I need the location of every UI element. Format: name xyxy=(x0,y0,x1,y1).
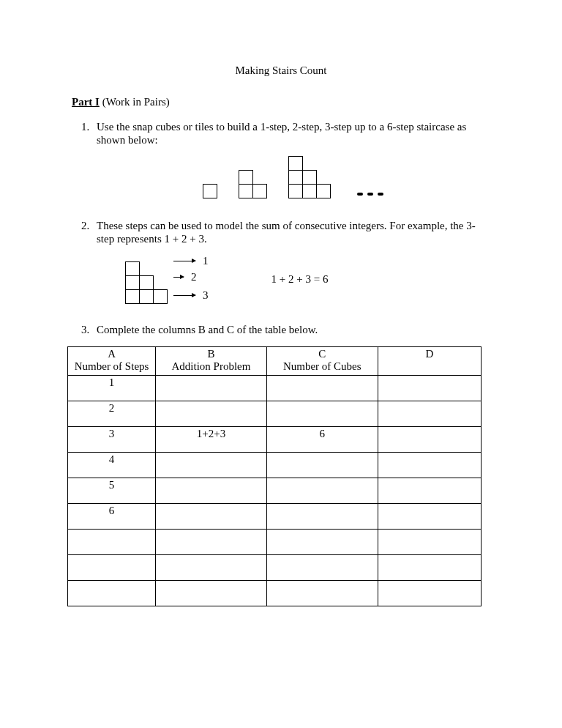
table-row xyxy=(68,529,482,554)
worksheet-page: Making Stairs Count Part I (Work in Pair… xyxy=(0,0,562,728)
arrow-icon xyxy=(173,295,195,296)
list-item-3: Complete the columns B and C of the tabl… xyxy=(92,323,490,336)
stair-sum-diagram: 1 2 3 1 + 2 + 3 = 6 xyxy=(97,254,490,304)
page-title: Making Stairs Count xyxy=(72,64,490,77)
arrow-icon xyxy=(173,261,195,261)
col-A-header: A Number of Steps xyxy=(68,347,156,376)
part-paren: (Work in Pairs) xyxy=(102,96,170,108)
part-heading: Part I (Work in Pairs) xyxy=(72,96,490,108)
stair-3-labeled: 1 2 3 xyxy=(126,254,209,304)
table-row xyxy=(68,554,482,580)
arrow-icon xyxy=(173,277,184,278)
sum-equation: 1 + 2 + 3 = 6 xyxy=(271,273,329,286)
table-row: 2 xyxy=(68,401,482,426)
stair-2 xyxy=(239,171,267,198)
stair-1 xyxy=(203,185,217,198)
list-item-2: These steps can be used to model the sum… xyxy=(92,219,490,304)
table-row: 5 xyxy=(68,478,482,503)
stair-3 xyxy=(289,157,331,198)
table-header-row: A Number of Steps B Addition Problem C N… xyxy=(68,347,482,376)
row-label-3: 3 xyxy=(203,289,209,302)
item-3-text: Complete the columns B and C of the tabl… xyxy=(97,323,490,336)
col-B-header: B Addition Problem xyxy=(156,347,267,376)
list-item-1: Use the snap cubes or tiles to build a 1… xyxy=(92,120,490,198)
item-1-text: Use the snap cubes or tiles to build a 1… xyxy=(97,120,490,146)
part-label: Part I xyxy=(72,96,100,108)
table-row: 6 xyxy=(68,503,482,529)
item-2-text: These steps can be used to model the sum… xyxy=(97,219,490,245)
data-table: A Number of Steps B Addition Problem C N… xyxy=(67,346,482,606)
table-row xyxy=(68,580,482,606)
row-label-1: 1 xyxy=(203,255,209,267)
col-C-header: C Number of Cubes xyxy=(266,347,378,376)
table-row: 4 xyxy=(68,452,482,478)
ordered-list: Use the snap cubes or tiles to build a 1… xyxy=(92,120,490,336)
table-row: 31+2+3 6 xyxy=(68,426,482,452)
col-D-header: D xyxy=(378,347,481,376)
staircase-figure-row xyxy=(97,157,490,198)
ellipsis-icon xyxy=(357,193,383,198)
table-row: 1 xyxy=(68,375,482,401)
row-label-2: 2 xyxy=(191,271,197,283)
